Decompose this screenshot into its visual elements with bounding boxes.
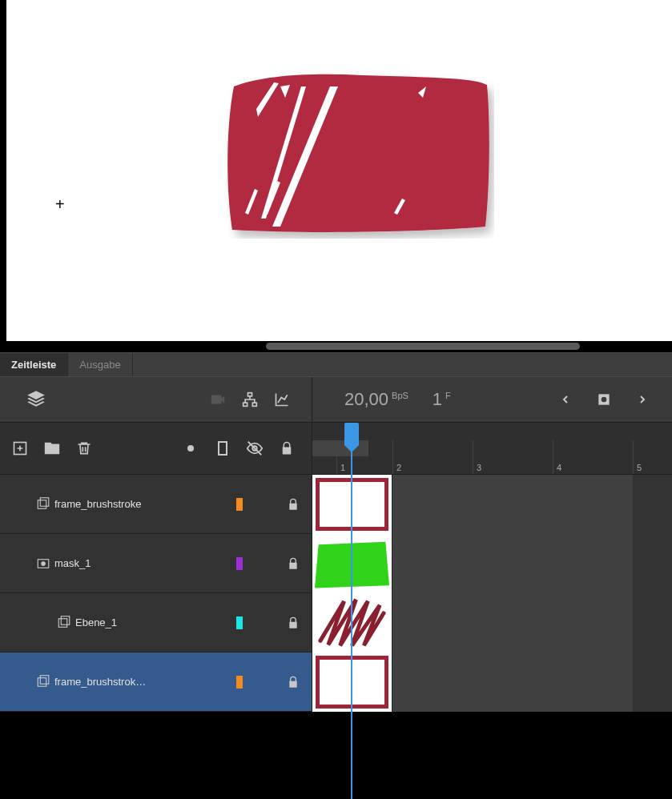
lock-icon[interactable]: [281, 616, 305, 629]
timeline-toolbar: 20,00 BpS 1 F: [0, 376, 672, 423]
svg-rect-13: [58, 618, 67, 627]
layer-track[interactable]: [312, 593, 672, 652]
canvas-scrollbar-track[interactable]: [6, 341, 672, 352]
frame-cell[interactable]: [312, 593, 392, 652]
layer-type-icon: [32, 497, 54, 512]
folder-icon[interactable]: [38, 435, 66, 462]
panel-tabs: Zeitleiste Ausgabe: [0, 352, 672, 376]
timeline-ruler[interactable]: 1 2 3 4 5: [312, 423, 672, 474]
ruler-mark: 1: [340, 463, 345, 472]
new-layer-icon[interactable]: [6, 435, 34, 462]
layer-row[interactable]: Ebene_1: [0, 593, 672, 652]
ruler-mark: 3: [477, 463, 481, 472]
prev-icon[interactable]: [549, 386, 582, 413]
svg-point-12: [42, 561, 46, 565]
layer-name[interactable]: frame_brushstrok…: [54, 676, 146, 688]
frame-value: 1: [433, 389, 442, 410]
svg-rect-1: [243, 403, 247, 406]
visibility-off-icon[interactable]: [241, 435, 268, 462]
layer-name[interactable]: mask_1: [54, 557, 91, 569]
ruler-mark: 2: [396, 463, 401, 472]
layer-row[interactable]: mask_1: [0, 534, 672, 593]
canvas-area: +: [0, 0, 672, 352]
svg-rect-10: [40, 497, 49, 506]
brush-artwork: [218, 70, 494, 239]
layer-color-chip[interactable]: [236, 498, 243, 511]
camera-icon[interactable]: [204, 386, 231, 413]
svg-rect-16: [40, 675, 49, 684]
tracks-header: 1 2 3 4 5: [0, 423, 672, 475]
canvas-stage[interactable]: +: [6, 0, 672, 347]
layer-color-chip[interactable]: [236, 557, 243, 570]
next-icon[interactable]: [626, 386, 659, 413]
layer-row[interactable]: frame_brushstrok…: [0, 652, 672, 712]
lock-icon[interactable]: [281, 557, 305, 570]
outline-icon[interactable]: [209, 435, 236, 462]
playhead-line: [351, 440, 352, 799]
lock-column-icon[interactable]: [273, 435, 300, 462]
svg-rect-14: [61, 616, 70, 624]
layer-name[interactable]: frame_brushstroke: [54, 498, 141, 510]
ruler-mark: 5: [637, 463, 642, 472]
layer-color-chip[interactable]: [236, 616, 243, 629]
fps-suffix: BpS: [392, 391, 408, 400]
layers-icon[interactable]: [22, 386, 50, 413]
layer-color-chip[interactable]: [236, 676, 243, 689]
graph-icon[interactable]: [268, 386, 296, 413]
frame-cell[interactable]: [312, 652, 392, 712]
svg-rect-15: [38, 677, 46, 686]
dot-icon[interactable]: [177, 435, 204, 462]
layer-track[interactable]: [312, 652, 672, 711]
canvas-scrollbar-thumb[interactable]: [266, 343, 580, 350]
frame-cell[interactable]: [312, 475, 392, 534]
frame-suffix: F: [445, 391, 451, 400]
layer-name[interactable]: Ebene_1: [75, 616, 117, 628]
svg-point-6: [187, 445, 194, 452]
record-icon[interactable]: [587, 386, 621, 413]
lock-icon[interactable]: [281, 498, 305, 511]
lock-icon[interactable]: [281, 676, 305, 689]
layer-track[interactable]: [312, 534, 672, 592]
fps-value: 20,00: [344, 389, 388, 410]
mask-type-icon: [32, 556, 54, 571]
svg-rect-9: [38, 500, 46, 508]
tab-timeline[interactable]: Zeitleiste: [0, 353, 68, 376]
svg-rect-2: [252, 403, 256, 406]
layer-type-icon: [32, 675, 54, 689]
ruler-mark: 4: [557, 463, 561, 472]
tab-output[interactable]: Ausgabe: [68, 353, 132, 376]
layer-type-icon: [53, 616, 75, 630]
frame-display[interactable]: 1 F: [433, 389, 451, 410]
svg-rect-0: [248, 393, 252, 396]
origin-crosshair: +: [55, 195, 65, 214]
frame-cell[interactable]: [312, 534, 392, 593]
layer-list: frame_brushstroke mask_1: [0, 475, 672, 712]
layer-row[interactable]: frame_brushstroke: [0, 475, 672, 534]
fps-display[interactable]: 20,00 BpS: [344, 389, 408, 410]
svg-rect-7: [219, 442, 227, 455]
svg-point-4: [602, 397, 607, 403]
hierarchy-icon[interactable]: [236, 386, 264, 413]
layer-track[interactable]: [312, 475, 672, 533]
trash-icon[interactable]: [70, 435, 98, 462]
